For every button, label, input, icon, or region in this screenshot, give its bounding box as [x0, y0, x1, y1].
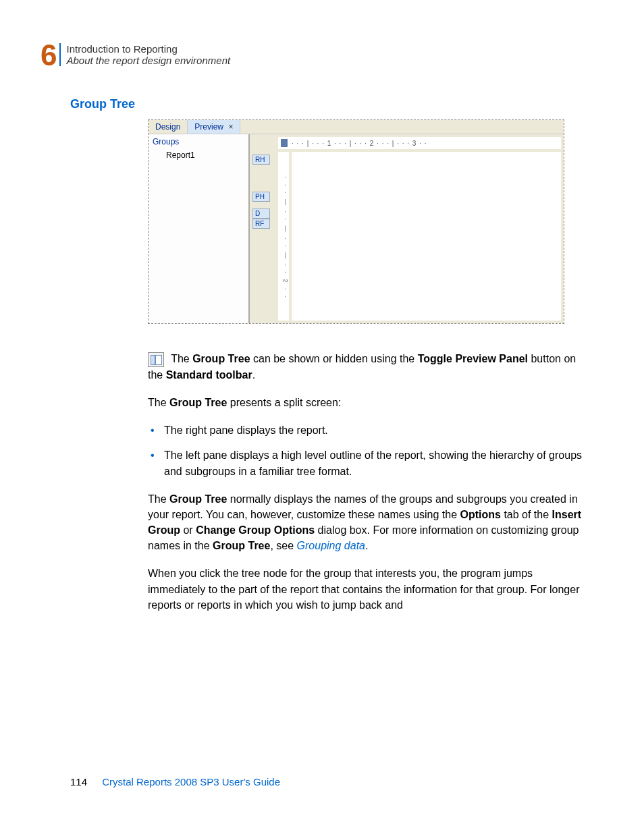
header-subtitle: About the report design environment — [66, 55, 230, 66]
tab-design[interactable]: Design — [149, 120, 188, 134]
horizontal-ruler: · · · | · · · 1 · · · | · · · 2 · · · | … — [278, 137, 561, 149]
chapter-number: 6 — [41, 40, 57, 70]
book-title: Crystal Reports 2008 SP3 User's Guide — [102, 776, 280, 788]
text-bold: Group Tree — [169, 493, 227, 505]
ruler-origin-marker — [281, 139, 288, 147]
page-footer: 114 Crystal Reports 2008 SP3 User's Guid… — [70, 776, 280, 788]
close-icon[interactable]: × — [228, 122, 233, 132]
report-canvas — [292, 152, 561, 321]
toggle-preview-panel-icon — [148, 352, 164, 367]
group-tree-item[interactable]: Report1 — [149, 149, 248, 161]
text-run: tab of the — [501, 509, 552, 520]
section-ph[interactable]: PH — [252, 192, 270, 202]
text-bold: Standard toolbar — [166, 369, 252, 381]
group-tree-panel: Groups Report1 — [149, 134, 250, 323]
list-item: The left pane displays a high level outl… — [148, 447, 590, 478]
text-bold: Options — [460, 509, 501, 520]
section-rh[interactable]: RH — [252, 155, 270, 165]
link-grouping-data[interactable]: Grouping data — [297, 540, 365, 551]
report-preview-area: · · · | · · · 1 · · · | · · · 2 · · · | … — [250, 134, 564, 323]
list-item: The right pane displays the report. — [148, 422, 590, 438]
paragraph-3: The Group Tree normally displays the nam… — [148, 491, 590, 554]
view-tabs: Design Preview × — [149, 120, 564, 134]
text-bold: Group Tree — [169, 397, 227, 408]
text-run: , see — [270, 540, 296, 551]
text-run: The — [148, 493, 169, 505]
paragraph-1: The Group Tree can be shown or hidden us… — [148, 351, 590, 383]
ruler-h-ticks: · · · | · · · 1 · · · | · · · 2 · · · | … — [292, 140, 427, 147]
paragraph-2: The Group Tree presents a split screen: — [148, 395, 590, 410]
preview-screenshot: Design Preview × Groups Report1 · · · | … — [148, 119, 564, 324]
vertical-ruler: · · · — · · — · · — · · 2 · · — [278, 152, 289, 321]
text-bold: Toggle Preview Panel — [418, 353, 528, 364]
page-header: 6 Introduction to Reporting About the re… — [41, 40, 590, 70]
text-run: . — [252, 369, 255, 381]
page-number: 114 — [70, 776, 87, 788]
text-bold: Change Group Options — [196, 524, 315, 536]
text-run: The — [148, 397, 169, 408]
section-d[interactable]: D — [252, 209, 270, 219]
text-run: . — [365, 540, 368, 551]
header-title: Introduction to Reporting — [66, 43, 230, 55]
header-text-block: Introduction to Reporting About the repo… — [59, 43, 230, 66]
text-run: or — [180, 524, 196, 536]
section-rf[interactable]: RF — [252, 219, 270, 229]
text-bold: Group Tree — [213, 540, 270, 551]
text-run: The — [168, 353, 192, 364]
text-run: presents a split screen: — [227, 397, 341, 408]
groups-header: Groups — [149, 134, 248, 149]
tab-preview[interactable]: Preview × — [188, 120, 240, 134]
section-heading: Group Tree — [70, 97, 590, 111]
text-run: can be shown or hidden using the — [250, 353, 418, 364]
tab-preview-label: Preview — [194, 122, 223, 132]
bullet-list: The right pane displays the report. The … — [148, 422, 590, 479]
paragraph-4: When you click the tree node for the gro… — [148, 565, 590, 613]
section-labels-column: RH PH D RF — [252, 152, 275, 321]
text-bold: Group Tree — [192, 353, 250, 364]
